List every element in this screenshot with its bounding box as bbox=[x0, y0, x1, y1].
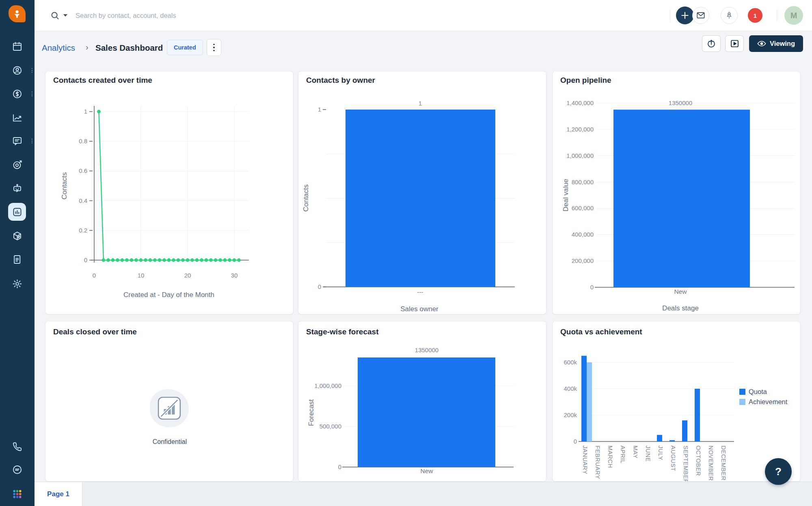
svg-text:MAY: MAY bbox=[632, 446, 639, 459]
phone-icon bbox=[12, 441, 23, 452]
svg-text:JUNE: JUNE bbox=[645, 446, 651, 462]
svg-text:1,000,000: 1,000,000 bbox=[314, 382, 341, 389]
svg-text:0: 0 bbox=[574, 438, 577, 445]
sidebar-item-analytics[interactable] bbox=[8, 203, 26, 221]
chart-card-open-pipeline: Open pipeline 0200,000400,000600,000800,… bbox=[552, 71, 801, 314]
viewing-button[interactable]: Viewing bbox=[749, 35, 803, 52]
sidebar-item-deals[interactable] bbox=[8, 85, 26, 103]
user-avatar[interactable]: M bbox=[784, 6, 803, 25]
breadcrumb-row: Analytics › Sales Dashboard Curated View… bbox=[35, 32, 812, 66]
sidebar-item-deals-menu[interactable]: ⋮ bbox=[29, 91, 33, 97]
svg-text:1,000,000: 1,000,000 bbox=[566, 152, 594, 159]
svg-text:Contacts: Contacts bbox=[302, 184, 310, 211]
svg-text:Created at - Day of the Month: Created at - Day of the Month bbox=[123, 291, 214, 299]
svg-text:1350000: 1350000 bbox=[669, 99, 692, 106]
quick-add-button[interactable] bbox=[676, 6, 694, 24]
sidebar-item-contacts[interactable] bbox=[8, 61, 26, 79]
search-scope-caret-icon[interactable] bbox=[63, 14, 67, 17]
global-search bbox=[51, 7, 286, 24]
apps-icon bbox=[12, 489, 23, 500]
tab-page-1[interactable]: Page 1 bbox=[35, 482, 82, 506]
search-icon[interactable] bbox=[51, 11, 59, 20]
svg-text:200,000: 200,000 bbox=[572, 257, 594, 264]
chart-card-stage-wise-forecast: Stage-wise forecast 0500,0001,000,000135… bbox=[298, 321, 546, 482]
chart-card-deals-closed: Deals closed over time Confidential bbox=[45, 321, 294, 482]
curated-badge: Curated bbox=[167, 40, 203, 55]
page-tab-bar: Page 1 bbox=[35, 482, 812, 506]
topbar: 1 M bbox=[35, 0, 812, 31]
sidebar-item-reports[interactable] bbox=[8, 109, 26, 127]
svg-text:APRIL: APRIL bbox=[620, 446, 626, 463]
sidebar-item-documents[interactable] bbox=[8, 250, 26, 268]
svg-text:DECEMBER: DECEMBER bbox=[720, 446, 727, 480]
sidebar-item-conversations-menu[interactable]: ⋮ bbox=[29, 138, 33, 144]
svg-text:1: 1 bbox=[318, 106, 321, 113]
svg-text:1: 1 bbox=[419, 100, 422, 107]
svg-text:0.4: 0.4 bbox=[79, 197, 87, 204]
svg-text:Sales owner: Sales owner bbox=[400, 305, 438, 313]
chevron-right-icon: › bbox=[86, 43, 89, 52]
plus-icon bbox=[681, 11, 689, 19]
quota-vs-achievement-grouped-bar-chart: 0200k400k600kJANUARYFEBRUARYMARCHAPRILMA… bbox=[553, 321, 800, 481]
documents-icon bbox=[12, 254, 23, 265]
chart-title: Deals closed over time bbox=[53, 327, 137, 336]
sidebar: ⋮⋮⋮ bbox=[0, 0, 35, 506]
svg-text:0.6: 0.6 bbox=[79, 167, 87, 174]
sidebar-item-calendar[interactable] bbox=[8, 37, 26, 55]
contacts-created-line-chart: 00.20.40.60.810102030Created at - Day of… bbox=[45, 71, 293, 314]
present-button[interactable] bbox=[725, 35, 744, 52]
rocket-icon bbox=[725, 11, 734, 20]
sidebar-item-chat[interactable] bbox=[8, 461, 26, 478]
svg-text:600,000: 600,000 bbox=[572, 205, 594, 211]
svg-text:JANUARY: JANUARY bbox=[582, 446, 588, 474]
svg-text:1350000: 1350000 bbox=[415, 347, 438, 353]
help-button[interactable]: ? bbox=[765, 458, 792, 485]
sidebar-item-contacts-menu[interactable]: ⋮ bbox=[29, 67, 33, 73]
chart-card-contacts-by-owner: Contacts by owner 011---Sales ownerConta… bbox=[298, 71, 546, 314]
no-chart-icon bbox=[157, 396, 182, 421]
notification-badge[interactable]: 1 bbox=[748, 8, 762, 23]
email-button[interactable] bbox=[692, 7, 709, 24]
svg-text:MARCH: MARCH bbox=[607, 446, 613, 468]
dashboard-menu-button[interactable] bbox=[207, 39, 221, 56]
contacts-icon bbox=[12, 65, 23, 76]
svg-text:400k: 400k bbox=[564, 385, 577, 392]
freshsales-logo[interactable] bbox=[9, 5, 26, 22]
sidebar-item-settings[interactable] bbox=[8, 275, 26, 293]
svg-text:400,000: 400,000 bbox=[572, 231, 594, 238]
svg-text:---: --- bbox=[417, 289, 423, 295]
sales-dashboard-app: ⋮⋮⋮ 1 M Analy bbox=[0, 0, 812, 506]
breadcrumb-analytics-link[interactable]: Analytics bbox=[42, 43, 75, 53]
chart-card-quota-vs-achievement: Quota vs achievement 0200k400k600kJANUAR… bbox=[552, 321, 801, 482]
bot-icon bbox=[12, 183, 23, 194]
share-icon bbox=[706, 39, 716, 49]
export-button[interactable] bbox=[702, 35, 721, 52]
envelope-icon bbox=[696, 11, 705, 20]
contacts-by-owner-bar-chart: 011---Sales ownerContacts bbox=[298, 71, 546, 314]
eye-icon bbox=[757, 41, 766, 47]
svg-text:0: 0 bbox=[590, 284, 594, 291]
sidebar-item-bot[interactable] bbox=[8, 179, 26, 197]
search-input[interactable] bbox=[75, 11, 286, 20]
svg-text:AUGUST: AUGUST bbox=[670, 446, 676, 471]
svg-text:SEPTEMBER: SEPTEMBER bbox=[682, 446, 689, 482]
svg-text:Contacts: Contacts bbox=[60, 172, 68, 199]
svg-text:0: 0 bbox=[93, 272, 96, 279]
svg-text:20: 20 bbox=[184, 272, 191, 279]
analytics-icon bbox=[12, 207, 23, 217]
whats-new-button[interactable] bbox=[721, 7, 738, 24]
sidebar-item-conversations[interactable] bbox=[8, 132, 26, 150]
sidebar-item-phone[interactable] bbox=[8, 437, 26, 455]
sidebar-item-goals[interactable] bbox=[8, 156, 26, 174]
svg-text:0: 0 bbox=[318, 283, 321, 290]
svg-text:0.8: 0.8 bbox=[79, 138, 87, 144]
page-title: Sales Dashboard bbox=[95, 43, 163, 53]
sidebar-item-products[interactable] bbox=[8, 227, 26, 245]
svg-text:Quota: Quota bbox=[749, 388, 767, 395]
chat-icon bbox=[12, 464, 23, 475]
goals-icon bbox=[12, 159, 23, 170]
conversations-icon bbox=[12, 136, 23, 146]
svg-text:200k: 200k bbox=[564, 411, 577, 418]
logo-person-icon bbox=[12, 9, 22, 19]
sidebar-item-apps[interactable] bbox=[8, 485, 26, 503]
